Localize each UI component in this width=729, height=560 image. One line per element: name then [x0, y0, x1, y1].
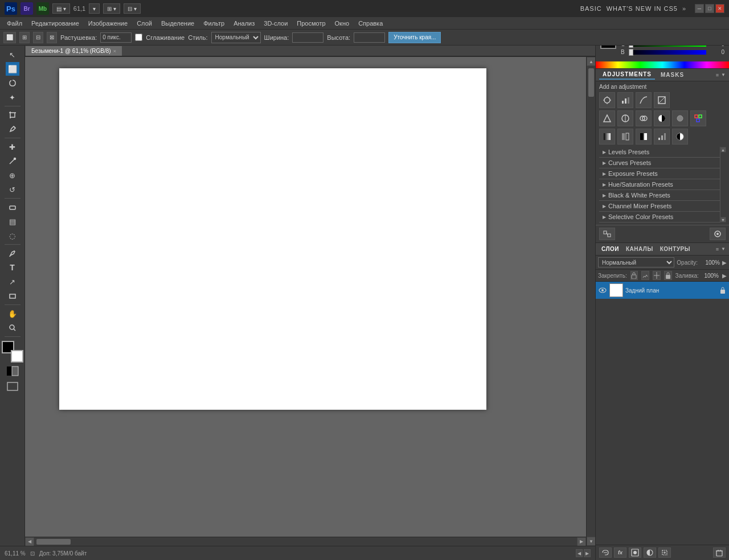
zoom-dropdown[interactable]: ▾: [89, 3, 100, 14]
crop-tool[interactable]: [6, 108, 19, 122]
document-tab[interactable]: Безымени-1 @ 61,1% (RGB/8) ×: [25, 46, 122, 56]
quick-mask-btn[interactable]: [6, 365, 19, 377]
tab-masks[interactable]: MASKS: [657, 71, 687, 79]
fill-value[interactable]: 100%: [702, 273, 719, 279]
shape-tool[interactable]: [6, 289, 19, 303]
menu-analysis[interactable]: Анализ: [229, 19, 259, 28]
photo-filter-icon[interactable]: [672, 110, 688, 126]
layer-row[interactable]: Задний план: [596, 282, 729, 299]
workspace-basic-label[interactable]: BASIC: [580, 5, 602, 12]
scroll-up-btn[interactable]: ▲: [587, 57, 596, 66]
canvas[interactable]: [59, 68, 486, 410]
tab-channels[interactable]: КАНАЛЫ: [624, 245, 656, 253]
lock-position-btn[interactable]: [653, 271, 661, 280]
menu-edit[interactable]: Редактирование: [27, 19, 84, 28]
status-nav-prev[interactable]: ◀: [576, 549, 583, 557]
menu-view[interactable]: Просмотр: [292, 19, 330, 28]
screen-mode-btn[interactable]: [6, 380, 19, 393]
height-input[interactable]: [354, 32, 385, 43]
vibrance-icon[interactable]: [599, 110, 615, 126]
threshold-icon[interactable]: [636, 129, 652, 145]
menu-file[interactable]: Файл: [2, 19, 27, 28]
tab-adjustments[interactable]: ADJUSTMENTS: [599, 70, 655, 80]
add-selection-btn[interactable]: ⊞: [19, 32, 30, 43]
brush-tool[interactable]: [6, 154, 19, 168]
refine-edge-btn[interactable]: Уточнить края...: [388, 32, 441, 43]
layer-visibility-btn[interactable]: [598, 286, 607, 295]
subtract-selection-btn[interactable]: ⊟: [33, 32, 43, 43]
color-spectrum[interactable]: [596, 61, 729, 68]
healing-brush-tool[interactable]: ✚: [6, 140, 19, 154]
view-prev-state-btn[interactable]: [710, 228, 726, 240]
menu-filter[interactable]: Фильтр: [199, 19, 229, 28]
zoom-tool[interactable]: [6, 321, 19, 335]
presets-scroll-up[interactable]: ▲: [720, 147, 726, 153]
workspace-new-btn[interactable]: WHAT'S NEW IN CS5: [607, 5, 678, 12]
posterize-icon[interactable]: [654, 129, 670, 145]
lock-all-btn[interactable]: [664, 271, 672, 280]
doc-tab-close[interactable]: ×: [113, 48, 116, 54]
blend-mode-select[interactable]: Нормальный: [598, 257, 674, 267]
layers-panel-menu[interactable]: ≡: [716, 246, 719, 252]
channel-b-slider[interactable]: [629, 50, 706, 55]
menu-help[interactable]: Справка: [354, 19, 387, 28]
curves-icon[interactable]: [636, 92, 652, 108]
minimize-btn[interactable]: ─: [695, 4, 704, 13]
layers-panel-collapse[interactable]: ▼: [721, 246, 726, 252]
menu-window[interactable]: Окно: [330, 19, 354, 28]
tab-layers[interactable]: СЛОИ: [599, 245, 621, 253]
scroll-left-btn[interactable]: ◀: [25, 537, 34, 546]
hue-sat-icon[interactable]: [617, 110, 633, 126]
arrange-dropdown[interactable]: ⊞ ▾: [103, 3, 120, 14]
close-btn[interactable]: ✕: [715, 4, 724, 13]
clip-to-layer-btn[interactable]: [599, 228, 615, 240]
lock-image-btn[interactable]: [641, 271, 649, 280]
brightness-contrast-icon[interactable]: [599, 92, 615, 108]
adj-panel-collapse[interactable]: ▼: [721, 72, 726, 77]
link-layers-btn[interactable]: [599, 547, 612, 558]
view-dropdown[interactable]: ▤ ▾: [52, 3, 70, 14]
preset-bw[interactable]: ▶ Black & White Presets: [599, 190, 720, 201]
preset-huesat[interactable]: ▶ Hue/Saturation Presets: [599, 179, 720, 190]
eyedropper-tool[interactable]: [6, 122, 19, 136]
feather-input[interactable]: [100, 32, 132, 43]
style-select[interactable]: Нормальный: [211, 32, 261, 43]
exposure-icon[interactable]: [654, 92, 670, 108]
channel-mixer-icon[interactable]: [690, 110, 706, 126]
opacity-value[interactable]: 100%: [700, 260, 720, 266]
pen-tool[interactable]: [6, 246, 19, 260]
layer-mask-btn[interactable]: [629, 547, 641, 558]
workspace-arrow[interactable]: »: [682, 5, 686, 12]
preset-levels[interactable]: ▶ Levels Presets: [599, 147, 720, 158]
statusbar-icon[interactable]: ⊡: [30, 550, 35, 557]
hand-tool[interactable]: ✋: [6, 307, 19, 320]
scroll-down-btn[interactable]: ▼: [587, 537, 596, 546]
menu-image[interactable]: Изображение: [84, 19, 132, 28]
delete-layer-btn[interactable]: [713, 547, 726, 558]
lock-pixels-btn[interactable]: [630, 271, 638, 280]
h-scroll-thumb[interactable]: [36, 539, 71, 545]
text-tool[interactable]: T: [6, 261, 19, 274]
marquee-tool[interactable]: ⬜: [6, 62, 19, 76]
invert-icon[interactable]: [672, 129, 688, 145]
preset-selectivecolor[interactable]: ▶ Selective Color Presets: [599, 212, 720, 223]
menu-3d[interactable]: 3D-слои: [259, 19, 292, 28]
opacity-arrow[interactable]: ▶: [722, 260, 727, 266]
scroll-thumb[interactable]: [588, 68, 594, 97]
gradient-map-icon[interactable]: [599, 129, 615, 145]
scroll-right-btn[interactable]: ▶: [577, 537, 586, 546]
width-input[interactable]: [292, 32, 323, 43]
selective-color-icon[interactable]: [617, 129, 633, 145]
menu-layer[interactable]: Слой: [132, 19, 157, 28]
layer-fx-btn[interactable]: fx: [614, 547, 626, 558]
preset-exposure[interactable]: ▶ Exposure Presets: [599, 168, 720, 179]
new-selection-btn[interactable]: ⬜: [3, 32, 16, 43]
blur-tool[interactable]: ◌: [6, 229, 19, 242]
lasso-tool[interactable]: [6, 76, 19, 90]
smoothing-checkbox[interactable]: [135, 34, 142, 41]
new-layer-btn[interactable]: [658, 547, 671, 558]
intersect-selection-btn[interactable]: ⊠: [47, 32, 57, 43]
levels-icon[interactable]: [617, 92, 633, 108]
quick-select-tool[interactable]: ✦: [6, 90, 19, 104]
move-tool[interactable]: ↖: [6, 48, 19, 61]
